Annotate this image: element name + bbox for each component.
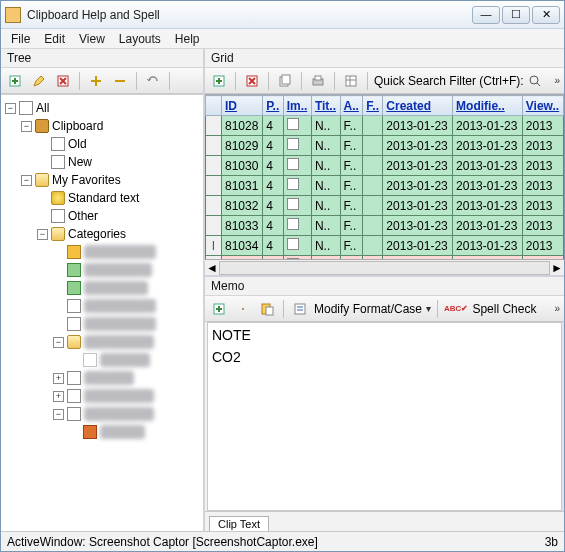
grid-row[interactable]: 810314N..F..2013-01-232013-01-232013 — [206, 176, 564, 196]
grid-panel-label: Grid — [205, 49, 564, 68]
tree-label-other: Other — [68, 209, 98, 223]
tree-label-standard: Standard text — [68, 191, 139, 205]
tree-label-categories: Categories — [68, 227, 126, 241]
grid-row[interactable]: I810344N..F..2013-01-232013-01-232013 — [206, 236, 564, 256]
status-right: 3b — [545, 535, 558, 549]
svg-rect-7 — [315, 76, 321, 80]
app-icon — [5, 7, 21, 23]
grid-copy-icon[interactable] — [275, 71, 295, 91]
tree-node-masked[interactable]: + — [53, 387, 201, 405]
window-title: Clipboard Help and Spell — [27, 8, 472, 22]
tree-label-clipboard: Clipboard — [52, 119, 103, 133]
tree-node-masked[interactable]: − — [53, 333, 201, 351]
grid-row[interactable]: 810284N..F..2013-01-232013-01-232013 — [206, 116, 564, 136]
tree-node-masked[interactable]: + — [53, 369, 201, 387]
grid-row[interactable]: 810334N..F..2013-01-232013-01-232013 — [206, 216, 564, 236]
menu-layouts[interactable]: Layouts — [113, 30, 167, 48]
search-icon — [528, 74, 542, 88]
clipboard-icon[interactable] — [233, 299, 253, 319]
grid-column-header[interactable]: View.. — [522, 96, 563, 116]
tree-node-masked[interactable] — [53, 315, 201, 333]
grid-row[interactable]: ▶810354N..S..2013-01-232013-01-232013 — [206, 256, 564, 260]
grid-toolbar: Quick Search Filter (Ctrl+F): » — [205, 68, 564, 94]
grid-column-header[interactable]: A.. — [340, 96, 363, 116]
tree-node-masked[interactable] — [53, 297, 201, 315]
memo-add-icon[interactable] — [209, 299, 229, 319]
grid-column-header[interactable]: F.. — [363, 96, 383, 116]
grid-row[interactable]: 810304N..F..2013-01-232013-01-232013 — [206, 156, 564, 176]
memo-tabbar: Clip Text — [205, 511, 564, 531]
tree-node-favorites[interactable]: −My Favorites — [21, 171, 201, 189]
svg-rect-12 — [266, 307, 273, 315]
memo-textarea[interactable]: NOTE CO2 — [207, 322, 562, 511]
tree-node-clipboard[interactable]: −Clipboard — [21, 117, 201, 135]
svg-point-9 — [530, 76, 538, 84]
tree-node-categories[interactable]: −Categories — [37, 225, 201, 243]
memo-overflow-icon[interactable]: » — [554, 303, 560, 314]
grid-column-header[interactable]: Created — [383, 96, 453, 116]
modify-dropdown-icon[interactable]: ▾ — [426, 303, 431, 314]
tree-toolbar — [1, 68, 203, 94]
tree-node-masked[interactable] — [69, 423, 201, 441]
maximize-button[interactable]: ☐ — [502, 6, 530, 24]
grid-add-icon[interactable] — [209, 71, 229, 91]
memo-panel-label: Memo — [205, 277, 564, 296]
statusbar: ActiveWindow: Screenshot Captor [Screens… — [1, 531, 564, 551]
grid-column-header[interactable]: Tit.. — [311, 96, 340, 116]
tree-view[interactable]: −All −Clipboard Old New −My Favorites — [1, 94, 203, 531]
tree-label-old: Old — [68, 137, 87, 151]
tree-node-all[interactable]: −All — [5, 99, 201, 117]
tree-node-masked[interactable] — [53, 243, 201, 261]
tree-label-new: New — [68, 155, 92, 169]
tree-node-masked[interactable]: − — [53, 405, 201, 423]
grid-row[interactable]: 810324N..F..2013-01-232013-01-232013 — [206, 196, 564, 216]
collapse-icon[interactable] — [110, 71, 130, 91]
titlebar[interactable]: Clipboard Help and Spell — ☐ ✕ — [1, 1, 564, 29]
delete-icon[interactable] — [53, 71, 73, 91]
memo-toolbar: Modify Format/Case ▾ ABC✔ Spell Check » — [205, 296, 564, 322]
grid-columns-icon[interactable] — [341, 71, 361, 91]
tree-node-new[interactable]: New — [37, 153, 201, 171]
menu-view[interactable]: View — [73, 30, 111, 48]
tree-node-masked[interactable] — [69, 351, 201, 369]
refresh-icon[interactable] — [143, 71, 163, 91]
add-icon[interactable] — [5, 71, 25, 91]
grid-column-header[interactable]: P.. — [263, 96, 284, 116]
grid-delete-icon[interactable] — [242, 71, 262, 91]
status-active-window: ActiveWindow: Screenshot Captor [Screens… — [7, 535, 318, 549]
tree-node-masked[interactable] — [53, 279, 201, 297]
close-button[interactable]: ✕ — [532, 6, 560, 24]
format-icon[interactable] — [290, 299, 310, 319]
tree-node-masked[interactable] — [53, 261, 201, 279]
menubar: File Edit View Layouts Help — [1, 29, 564, 49]
grid-column-header[interactable]: Im.. — [283, 96, 311, 116]
tree-node-standard[interactable]: Standard text — [37, 189, 201, 207]
quick-search-label: Quick Search Filter (Ctrl+F): — [374, 74, 524, 88]
grid-column-header[interactable]: ID — [222, 96, 263, 116]
modify-format-button[interactable]: Modify Format/Case — [314, 302, 422, 316]
edit-icon[interactable] — [29, 71, 49, 91]
minimize-button[interactable]: — — [472, 6, 500, 24]
menu-help[interactable]: Help — [169, 30, 206, 48]
svg-rect-8 — [346, 76, 356, 86]
grid-column-header[interactable]: Modifie.. — [453, 96, 523, 116]
grid-h-scrollbar[interactable]: ◄ ► — [205, 259, 564, 275]
tree-node-old[interactable]: Old — [37, 135, 201, 153]
memo-line: CO2 — [212, 349, 557, 365]
spell-check-button[interactable]: Spell Check — [472, 302, 536, 316]
spellcheck-icon: ABC✔ — [444, 304, 468, 313]
grid-print-icon[interactable] — [308, 71, 328, 91]
menu-file[interactable]: File — [5, 30, 36, 48]
grid-table[interactable]: IDP..Im..Tit..A..F..CreatedModifie..View… — [205, 94, 564, 259]
memo-paste-icon[interactable] — [257, 299, 277, 319]
expand-icon[interactable] — [86, 71, 106, 91]
gear-icon[interactable] — [176, 71, 196, 91]
tab-clip-text[interactable]: Clip Text — [209, 516, 269, 531]
menu-edit[interactable]: Edit — [38, 30, 71, 48]
tree-label-favorites: My Favorites — [52, 173, 121, 187]
grid-row[interactable]: 810294N..F..2013-01-232013-01-232013 — [206, 136, 564, 156]
grid-overflow-icon[interactable]: » — [554, 75, 560, 86]
tree-node-other[interactable]: Other — [37, 207, 201, 225]
app-window: Clipboard Help and Spell — ☐ ✕ File Edit… — [0, 0, 565, 552]
tree-label-all: All — [36, 101, 49, 115]
